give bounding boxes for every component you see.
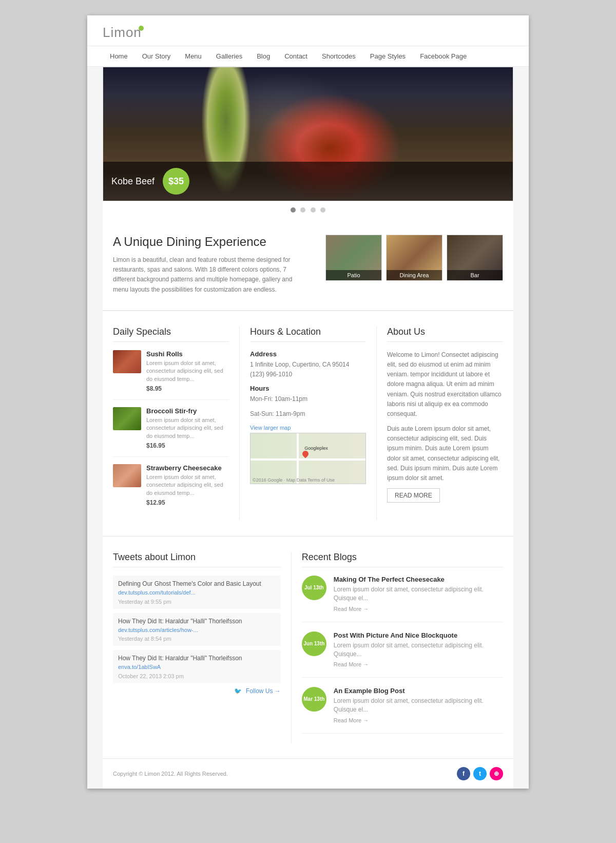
special-item: Broccoli Stir-fry Lorem ipsum dolor sit … — [113, 407, 229, 457]
hours-weekends: Sat-Sun: 11am-9pm — [250, 409, 366, 419]
blog-excerpt: Lorem ipsum dolor sit amet, consectetur … — [334, 697, 503, 714]
special-description: Lorem ipsum dolor sit amet, consectetur … — [146, 416, 229, 440]
nav-item-page-styles[interactable]: Page Styles — [363, 46, 413, 66]
dining-area-label: Dining Area — [387, 270, 442, 280]
hours-label: Hours — [250, 385, 366, 392]
special-name: Broccoli Stir-fry — [146, 407, 229, 415]
nav-item-home[interactable]: Home — [103, 46, 135, 66]
blog-content: Post With Picture And Nice Blockquote Lo… — [334, 631, 503, 668]
tweet-time: October 22, 2013 2:03 pm — [118, 673, 276, 679]
tweet-time: Yesterday at 8:54 pm — [118, 636, 276, 642]
nav-item-menu[interactable]: Menu — [178, 46, 209, 66]
nav-item-shortcodes[interactable]: Shortcodes — [315, 46, 363, 66]
tweets-title: Tweets about Limon — [113, 552, 281, 567]
blog-date-badge: Mar 13th — [302, 687, 326, 712]
slider-dot-2[interactable] — [300, 207, 305, 213]
blog-date-badge: Jul 13th — [302, 576, 326, 600]
twitter-icon[interactable]: t — [473, 767, 487, 780]
hero-price: $35 — [163, 168, 189, 195]
special-thumb — [113, 407, 141, 430]
tweet-item: How They Did It: Haraldur "Halli" Thorle… — [113, 650, 281, 683]
logo-text: Limon — [103, 25, 142, 40]
tweets-column: Tweets about Limon Defining Our Ghost Th… — [113, 552, 292, 743]
special-thumb — [113, 464, 141, 487]
map-view-link[interactable]: View larger map — [250, 425, 366, 431]
tweet-link[interactable]: dev.tutsplus.com/tutorials/def... — [118, 589, 196, 596]
special-info: Strawberry Cheesecake Lorem ipsum dolor … — [146, 464, 229, 506]
blog-title: Post With Picture And Nice Blockquote — [334, 631, 503, 639]
special-item: Strawberry Cheesecake Lorem ipsum dolor … — [113, 464, 229, 513]
dining-thumb-dining-area[interactable]: Dining Area — [386, 235, 442, 281]
blog-read-more-link[interactable]: Read More → — [334, 661, 369, 667]
hours-title: Hours & Location — [250, 327, 366, 342]
map-box[interactable]: Googleplex ©2016 Google · Map Data Terms… — [250, 433, 366, 484]
special-info: Sushi Rolls Lorem ipsum dolor sit amet, … — [146, 350, 229, 392]
dining-thumb-patio[interactable]: Patio — [325, 235, 382, 281]
special-name: Sushi Rolls — [146, 350, 229, 358]
hours-column: Hours & Location Address 1 Infinite Loop… — [240, 327, 377, 521]
nav-item-our-story[interactable]: Our Story — [135, 46, 178, 66]
address-text: 1 Infinite Loop, Cupertino, CA 95014 (12… — [250, 360, 366, 379]
tweet-link[interactable]: enva.to/1abISwA — [118, 664, 161, 670]
blog-content: Making Of The Perfect Cheesecake Lorem i… — [334, 576, 503, 612]
header: Limon — [87, 15, 529, 46]
tweet-text: Defining Our Ghost Theme's Color and Bas… — [118, 580, 276, 597]
site-logo[interactable]: Limon — [103, 25, 142, 41]
address-label: Address — [250, 350, 366, 358]
tweet-text: How They Did It: Haraldur "Halli" Thorle… — [118, 617, 276, 635]
footer: Copyright © Limon 2012. All Rights Reser… — [103, 758, 513, 789]
tweet-text: How They Did It: Haraldur "Halli" Thorle… — [118, 654, 276, 672]
hero-image: Kobe Beef $35 — [103, 67, 513, 201]
special-price: $8.95 — [146, 385, 162, 392]
special-item: Sushi Rolls Lorem ipsum dolor sit amet, … — [113, 350, 229, 400]
blog-item: Jun 13th Post With Picture And Nice Bloc… — [302, 631, 503, 678]
dining-section: A Unique Dining Experience Limon is a be… — [103, 219, 513, 311]
facebook-icon[interactable]: f — [457, 767, 470, 780]
hours-weekdays: Mon-Fri: 10am-11pm — [250, 394, 366, 404]
daily-specials-column: Daily Specials Sushi Rolls Lorem ipsum d… — [113, 327, 240, 521]
follow-link[interactable]: 🐦 Follow Us → — [113, 687, 281, 695]
blog-item: Jul 13th Making Of The Perfect Cheesecak… — [302, 576, 503, 622]
slider-dot-3[interactable] — [311, 207, 316, 213]
tweet-time: Yesterday at 9:55 pm — [118, 599, 276, 605]
main-nav: HomeOur StoryMenuGalleriesBlogContactSho… — [87, 46, 529, 67]
tweet-item: How They Did It: Haraldur "Halli" Thorle… — [113, 613, 281, 646]
tweet-item: Defining Our Ghost Theme's Color and Bas… — [113, 576, 281, 609]
blogs-title: Recent Blogs — [302, 552, 503, 567]
special-thumb — [113, 350, 141, 373]
footer-copyright: Copyright © Limon 2012. All Rights Reser… — [113, 771, 228, 777]
nav-item-contact[interactable]: Contact — [277, 46, 315, 66]
blog-read-more-link[interactable]: Read More → — [334, 717, 369, 723]
hero-slider: Kobe Beef $35 — [103, 67, 513, 201]
nav-item-galleries[interactable]: Galleries — [209, 46, 249, 66]
special-info: Broccoli Stir-fry Lorem ipsum dolor sit … — [146, 407, 229, 449]
hero-plate — [206, 71, 360, 174]
read-more-button[interactable]: READ MORE — [387, 488, 440, 503]
special-description: Lorem ipsum dolor sit amet, consectetur … — [146, 473, 229, 497]
map-road-v — [297, 433, 299, 484]
hero-dish-name: Kobe Beef — [111, 176, 155, 187]
slider-dot-4[interactable] — [320, 207, 325, 213]
blogs-column: Recent Blogs Jul 13th Making Of The Perf… — [292, 552, 503, 743]
nav-item-facebook-page[interactable]: Facebook Page — [413, 46, 474, 66]
special-name: Strawberry Cheesecake — [146, 464, 229, 472]
about-title: About Us — [387, 327, 503, 342]
patio-label: Patio — [326, 270, 381, 280]
dining-images: Patio Dining Area Bar — [325, 235, 513, 295]
map-label: Googleplex — [304, 446, 328, 451]
special-price: $16.95 — [146, 442, 165, 449]
blog-date-badge: Jun 13th — [302, 631, 326, 656]
dining-text: A Unique Dining Experience Limon is a be… — [103, 235, 315, 295]
flickr-icon[interactable]: ⊕ — [490, 767, 503, 780]
nav-item-blog[interactable]: Blog — [249, 46, 277, 66]
map-road-h — [251, 458, 365, 461]
blog-read-more-link[interactable]: Read More → — [334, 606, 369, 612]
logo-dot-icon — [139, 26, 144, 31]
slider-dot-1[interactable] — [291, 207, 296, 213]
dining-thumb-bar[interactable]: Bar — [447, 235, 503, 281]
hero-caption: Kobe Beef $35 — [103, 162, 513, 201]
slider-dots — [103, 201, 513, 219]
tweet-link[interactable]: dev.tutsplus.com/articles/how-... — [118, 627, 198, 633]
about-paragraph-1: Welcome to Limon! Consectet adipiscing e… — [387, 350, 503, 419]
hours-address: Address 1 Infinite Loop, Cupertino, CA 9… — [250, 350, 366, 419]
